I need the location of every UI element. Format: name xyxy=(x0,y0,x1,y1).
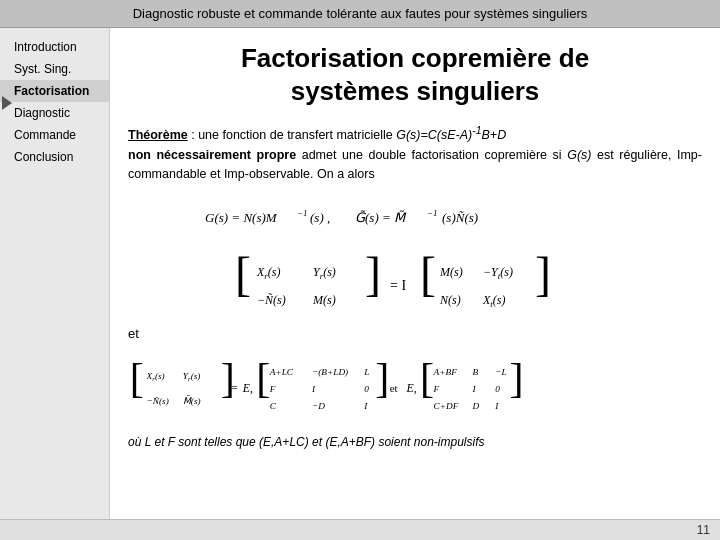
svg-text:Xt(s): Xt(s) xyxy=(482,293,506,309)
svg-text:]: ] xyxy=(535,248,551,300)
sidebar-item-syst-sing[interactable]: Syst. Sing. xyxy=(0,58,109,80)
svg-text:A+LC: A+LC xyxy=(269,367,294,377)
footer-eac: (E,A+LC) xyxy=(259,435,309,449)
theorem-colon: : une fonction de transfert matricielle xyxy=(188,128,396,142)
sidebar: Introduction Syst. Sing. Factorisation D… xyxy=(0,28,110,519)
theorem-block: Théorème : une fonction de transfert mat… xyxy=(128,123,702,184)
svg-text:I: I xyxy=(363,401,368,411)
svg-text:−1: −1 xyxy=(297,208,308,218)
svg-text:[: [ xyxy=(420,248,436,300)
sidebar-item-commande[interactable]: Commande xyxy=(0,124,109,146)
svg-text:N(s): N(s) xyxy=(439,293,461,307)
equation-svg-2: [ Xr(s) Yr(s) −Ñ(s) M(s) ] = I [ M(s) xyxy=(205,248,625,318)
sidebar-item-factorisation[interactable]: Factorisation xyxy=(0,80,109,102)
theorem-text2: admet une double factorisation copremièr… xyxy=(296,148,567,162)
svg-text:Xr(s): Xr(s) xyxy=(256,265,281,281)
svg-text:[: [ xyxy=(235,248,251,300)
footer-eabf: (E,A+BF) xyxy=(325,435,375,449)
content-area: Factorisation copremière de systèmes sin… xyxy=(110,28,720,519)
et-label: et xyxy=(128,326,702,341)
footer-note: où L et F sont telles que (E,A+LC) et (E… xyxy=(128,435,702,449)
svg-text:]: ] xyxy=(375,354,389,401)
svg-text:B: B xyxy=(472,367,478,377)
math-row-2: [ Xr(s) Yr(s) −Ñ(s) M(s) ] = I [ M(s) xyxy=(128,248,702,318)
svg-text:M(s): M(s) xyxy=(312,293,336,307)
svg-text:0: 0 xyxy=(364,384,369,394)
svg-text:]: ] xyxy=(365,248,381,300)
svg-text:[: [ xyxy=(420,354,434,401)
title-bar-text: Diagnostic robuste et commande tolérante… xyxy=(133,6,588,21)
svg-text:F: F xyxy=(269,384,276,394)
slide-title: Factorisation copremière de systèmes sin… xyxy=(128,42,702,107)
sidebar-arrow xyxy=(2,96,12,110)
svg-text:M̃(s): M̃(s) xyxy=(183,395,201,406)
svg-text:0: 0 xyxy=(495,384,500,394)
page-number: 11 xyxy=(697,523,710,537)
svg-text:−1: −1 xyxy=(427,208,438,218)
svg-text:A+BF: A+BF xyxy=(433,367,458,377)
svg-text:Xr(s): Xr(s) xyxy=(146,371,165,383)
svg-text:et: et xyxy=(390,382,398,394)
equation-svg-1: G(s) = N(s)M −1 (s) , G̃(s) = M̃ −1 (s)Ñ… xyxy=(195,194,635,244)
svg-text:G̃(s) = M̃: G̃(s) = M̃ xyxy=(355,210,407,225)
page-wrapper: Diagnostic robuste et commande tolérante… xyxy=(0,0,720,540)
svg-text:−D: −D xyxy=(312,401,325,411)
equation-svg-bottom: [ Xr(s) Yr(s) −Ñ(s) M̃(s) ] = E, [ A+LC … xyxy=(128,347,702,427)
svg-text:= I: = I xyxy=(390,278,406,293)
footer-f: F xyxy=(168,435,175,449)
svg-text:I: I xyxy=(311,384,316,394)
svg-text:−L: −L xyxy=(495,367,506,377)
svg-text:(s)Ñ(s): (s)Ñ(s) xyxy=(442,210,478,225)
svg-text:−Ñ(s): −Ñ(s) xyxy=(257,293,286,307)
theorem-text-nonproper: non nécessairement propre xyxy=(128,148,296,162)
svg-text:[: [ xyxy=(256,354,270,401)
footer: 11 xyxy=(0,519,720,540)
svg-text:E,: E, xyxy=(242,381,253,395)
svg-text:−Yt(s): −Yt(s) xyxy=(483,265,513,281)
svg-text:]: ] xyxy=(510,354,524,401)
svg-text:−(B+LD): −(B+LD) xyxy=(312,367,348,377)
math-row-1: G(s) = N(s)M −1 (s) , G̃(s) = M̃ −1 (s)Ñ… xyxy=(128,194,702,244)
sidebar-item-conclusion[interactable]: Conclusion xyxy=(0,146,109,168)
math-row-bottom: [ Xr(s) Yr(s) −Ñ(s) M̃(s) ] = E, [ A+LC … xyxy=(128,347,702,427)
svg-text:−Ñ(s): −Ñ(s) xyxy=(147,396,169,406)
svg-text:C: C xyxy=(270,401,277,411)
bottom-math: [ Xr(s) Yr(s) −Ñ(s) M̃(s) ] = E, [ A+LC … xyxy=(128,347,702,427)
svg-text:I: I xyxy=(494,401,499,411)
theorem-formula: G(s)=C(sE-A)-1B+D xyxy=(396,128,506,142)
svg-text:Yr(s): Yr(s) xyxy=(313,265,336,281)
svg-text:I: I xyxy=(471,384,476,394)
math-equations-area: G(s) = N(s)M −1 (s) , G̃(s) = M̃ −1 (s)Ñ… xyxy=(128,194,702,318)
svg-text:D: D xyxy=(471,401,479,411)
main-content: Introduction Syst. Sing. Factorisation D… xyxy=(0,28,720,519)
title-bar: Diagnostic robuste et commande tolérante… xyxy=(0,0,720,28)
svg-text:M(s): M(s) xyxy=(439,265,463,279)
svg-text:L: L xyxy=(363,367,369,377)
sidebar-item-diagnostic[interactable]: Diagnostic xyxy=(0,102,109,124)
svg-text:=: = xyxy=(231,381,238,395)
svg-text:E,: E, xyxy=(406,381,417,395)
theorem-keyword: Théorème xyxy=(128,128,188,142)
sidebar-item-introduction[interactable]: Introduction xyxy=(0,36,109,58)
theorem-gofs: G(s) xyxy=(567,148,591,162)
svg-text:C+DF: C+DF xyxy=(434,401,459,411)
svg-text:Yr(s): Yr(s) xyxy=(183,371,201,383)
svg-text:F: F xyxy=(433,384,440,394)
svg-text:G(s) = N(s)M: G(s) = N(s)M xyxy=(205,210,278,225)
svg-text:[: [ xyxy=(130,354,144,401)
svg-text:(s)  ,: (s) , xyxy=(310,210,330,225)
